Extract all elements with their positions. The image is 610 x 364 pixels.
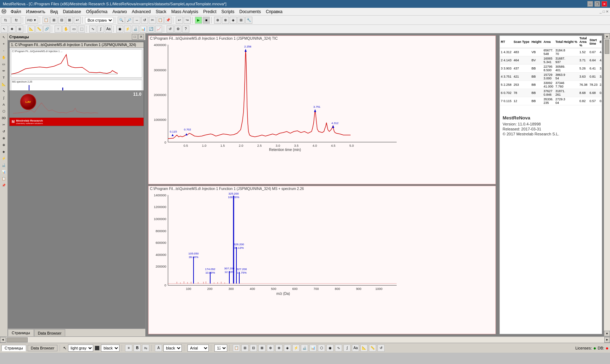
tb2-help[interactable]: ? — [182, 26, 189, 33]
status-btn-1[interactable]: 📋 — [233, 345, 240, 352]
close-button[interactable]: ✕ — [601, 1, 607, 7]
scroll-thumb[interactable] — [605, 40, 609, 54]
menu-view[interactable]: Вид — [48, 9, 60, 15]
tb2-select[interactable]: ▭ — [70, 26, 77, 33]
menu-edit[interactable]: Изменить — [24, 9, 47, 15]
menu-documents[interactable]: Documents — [237, 9, 263, 15]
tb-redo[interactable]: ↪ — [184, 17, 191, 24]
tool-text[interactable]: T — [1, 74, 7, 81]
tb-f1[interactable]: f1 — [1, 17, 11, 24]
tb-btn-d[interactable]: ⊠ — [66, 17, 73, 24]
tab-data-browser[interactable]: Data Browser — [34, 329, 66, 336]
tb2-cursor[interactable]: ↑ — [55, 26, 62, 33]
menu-predict[interactable]: Predict — [201, 9, 218, 15]
tool-rotate[interactable]: ↺ — [1, 128, 7, 135]
tb-btn-a[interactable]: 📋 — [43, 17, 50, 24]
scroll-up-btn[interactable]: ▲ — [604, 33, 610, 39]
tb-play[interactable]: ▶ — [195, 17, 202, 24]
menu-analysis[interactable]: Анализ — [110, 9, 129, 15]
page-thumbnail-area[interactable]: 1. C:\Program Fil...ts\QuinineMS.d\ Inje… — [8, 40, 145, 329]
tool-extra3[interactable]: ◈ — [1, 149, 7, 155]
tb-extra-2[interactable]: ⊗ — [222, 17, 229, 24]
tb-extra-5[interactable]: 🔧 — [245, 17, 252, 24]
tool-assign[interactable]: A — [1, 101, 7, 108]
status-btn-10[interactable]: 📊 — [309, 345, 317, 352]
tb2-extra-1[interactable]: ◉ — [116, 26, 123, 33]
minimize-button[interactable]: ─ — [587, 1, 593, 7]
tool-extra4[interactable]: ⚡ — [1, 155, 7, 162]
bold-btn[interactable]: B — [134, 345, 141, 352]
tb-rotate[interactable]: ↺ — [141, 17, 148, 24]
tb-undo[interactable]: ↩ — [176, 17, 183, 24]
tb-fid[interactable]: FID ▼ — [26, 17, 38, 24]
status-btn-13[interactable]: ∿ — [335, 345, 342, 352]
tb2-extra-6[interactable]: 📈 — [155, 26, 162, 33]
tb2-settings[interactable]: ⚙ — [174, 26, 181, 33]
status-btn-2[interactable]: ⊞ — [241, 345, 248, 352]
status-btn-16[interactable]: 📐 — [360, 345, 368, 352]
tb2-6[interactable]: 🔗 — [43, 26, 50, 33]
menu-advanced[interactable]: Advanced — [130, 9, 153, 15]
tb2-refresh[interactable]: ↺ — [167, 26, 174, 33]
tb2-4[interactable]: 📐 — [28, 26, 35, 33]
tb-stop[interactable]: ■ — [203, 17, 210, 24]
tb2-peak[interactable]: ∿ — [89, 26, 96, 33]
font-size-select[interactable]: 12 — [214, 345, 227, 352]
tool-extra7[interactable]: 📋 — [1, 175, 7, 182]
tb-move[interactable]: ↔ — [133, 17, 140, 24]
tb2-zoom-box[interactable]: ⬚ — [78, 26, 85, 33]
tb2-extra-4[interactable]: 📊 — [140, 26, 147, 33]
align-btn[interactable]: ≡ — [125, 345, 132, 352]
tb2-2[interactable]: ✚ — [9, 26, 16, 33]
font-color-btn[interactable]: A — [155, 345, 162, 352]
tb2-extra-5[interactable]: 🔄 — [147, 26, 155, 33]
scroll-track[interactable] — [604, 39, 610, 331]
status-btn-7[interactable]: ◈ — [284, 345, 291, 352]
menu-file[interactable]: Файл — [9, 9, 23, 15]
tool-extra5[interactable]: 🔬 — [1, 162, 7, 168]
tool-measure[interactable]: 📐 — [1, 81, 7, 88]
tb-zoom-out[interactable]: 🔎 — [125, 17, 133, 24]
tool-zoom-out[interactable]: - — [1, 47, 7, 54]
border-color-swatch[interactable] — [95, 346, 100, 351]
tool-cut[interactable]: ✂ — [1, 122, 7, 128]
status-btn-4[interactable]: ⊠ — [258, 345, 265, 352]
tool-extra2[interactable]: ⊗ — [1, 142, 7, 148]
tool-zoom-in[interactable]: + — [1, 41, 7, 47]
page-size-select[interactable]: Вся страница — [85, 17, 113, 23]
tool-3d[interactable]: 3D — [1, 115, 7, 121]
status-btn-9[interactable]: 🔬 — [301, 345, 308, 352]
tb2-extra-2[interactable]: ⚡ — [124, 26, 131, 33]
scroll-left-btn[interactable]: ◄ — [0, 337, 6, 343]
menu-mass-analysis[interactable]: Mass Analysis — [169, 9, 200, 15]
tb-copy[interactable]: 📋 — [157, 17, 164, 24]
status-btn-11[interactable]: ⬡ — [318, 345, 325, 352]
status-btn-14[interactable]: ∫ — [343, 345, 351, 352]
status-btn-15[interactable]: Aa — [352, 345, 359, 352]
scroll-right-btn[interactable]: ► — [604, 337, 610, 343]
tool-extra1[interactable]: ⊕ — [1, 135, 7, 141]
font-color-select[interactable]: black — [163, 345, 182, 352]
tb-paste[interactable]: 📌 — [164, 17, 172, 24]
status-tab-browser[interactable]: Data Browser — [28, 345, 58, 351]
tool-cursor[interactable]: ↖ — [1, 34, 7, 40]
subscript-btn[interactable]: X₂ — [142, 345, 149, 352]
thumbnail-page-1[interactable]: 1. C:\Program Fil...ts\QuinineMS.d\ Inje… — [9, 42, 144, 126]
menu-scripts[interactable]: Scripts — [219, 9, 237, 15]
tb2-assign[interactable]: Aa — [105, 26, 112, 33]
tb-btn-c[interactable]: ⊟ — [58, 17, 65, 24]
menu-processing[interactable]: Обработка — [84, 9, 110, 15]
tb2-1[interactable]: ↖ — [1, 26, 8, 33]
status-btn-8[interactable]: ⚡ — [292, 345, 300, 352]
tb-cut[interactable]: ✂ — [149, 17, 156, 24]
scroll-down-btn[interactable]: ▼ — [604, 331, 610, 336]
tb-btn-b[interactable]: ⊞ — [50, 17, 57, 24]
tb-f2[interactable]: f2 — [11, 17, 21, 24]
tool-draw[interactable]: ✏ — [1, 68, 7, 74]
tb2-integrate[interactable]: ∫ — [97, 26, 104, 33]
tool-select[interactable]: ▭ — [1, 61, 7, 67]
panel-maximize-btn[interactable]: □ — [132, 34, 138, 40]
tool-structure[interactable]: ⬡ — [1, 108, 7, 114]
status-btn-6[interactable]: ⊗ — [275, 345, 282, 352]
tool-pan[interactable]: ✋ — [1, 54, 7, 61]
